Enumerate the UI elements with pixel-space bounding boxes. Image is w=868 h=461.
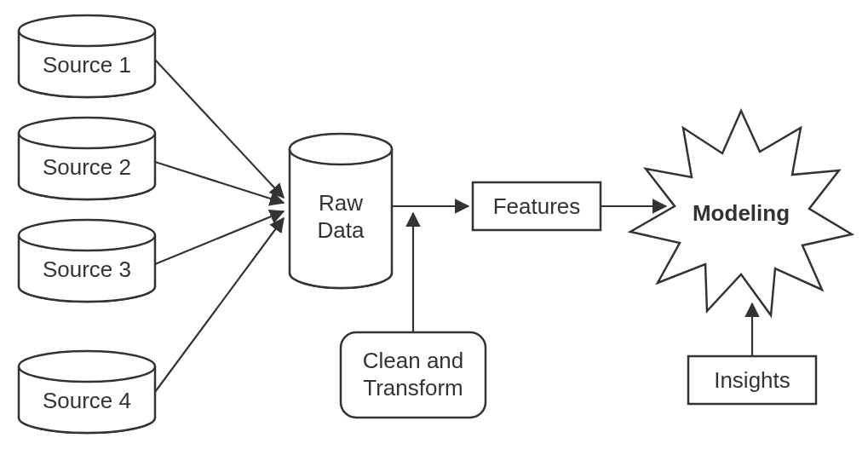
- source-1-node: Source 1: [19, 15, 155, 97]
- edge-source2-raw: [155, 162, 284, 203]
- raw-data-node: Raw Data: [290, 134, 392, 288]
- source-1-label: Source 1: [43, 52, 131, 78]
- svg-point-9: [290, 134, 392, 164]
- source-2-node: Source 2: [19, 118, 155, 199]
- source-3-node: Source 3: [19, 220, 155, 302]
- raw-data-label-1: Raw: [319, 190, 363, 216]
- features-node: Features: [473, 182, 601, 230]
- source-4-label: Source 4: [43, 388, 131, 413]
- raw-data-label-2: Data: [318, 217, 365, 243]
- edge-source1-raw: [155, 60, 284, 198]
- svg-point-5: [19, 220, 155, 251]
- pipeline-diagram: Source 1 Source 2 Source 3 Source 4 Raw …: [0, 0, 868, 461]
- clean-transform-label-2: Transform: [363, 375, 463, 400]
- insights-node: Insights: [688, 356, 816, 404]
- clean-transform-node: Clean and Transform: [341, 332, 486, 418]
- edge-source4-raw: [155, 218, 284, 392]
- modeling-node: Modeling: [630, 111, 852, 315]
- svg-point-1: [19, 15, 155, 46]
- source-3-label: Source 3: [43, 256, 131, 282]
- features-label: Features: [493, 193, 581, 219]
- modeling-label: Modeling: [693, 200, 790, 226]
- insights-label: Insights: [714, 367, 790, 393]
- svg-point-7: [19, 351, 155, 382]
- edge-source3-raw: [155, 211, 284, 264]
- source-2-label: Source 2: [43, 154, 131, 180]
- svg-point-3: [19, 118, 155, 148]
- clean-transform-label-1: Clean and: [363, 348, 464, 373]
- source-4-node: Source 4: [19, 351, 155, 433]
